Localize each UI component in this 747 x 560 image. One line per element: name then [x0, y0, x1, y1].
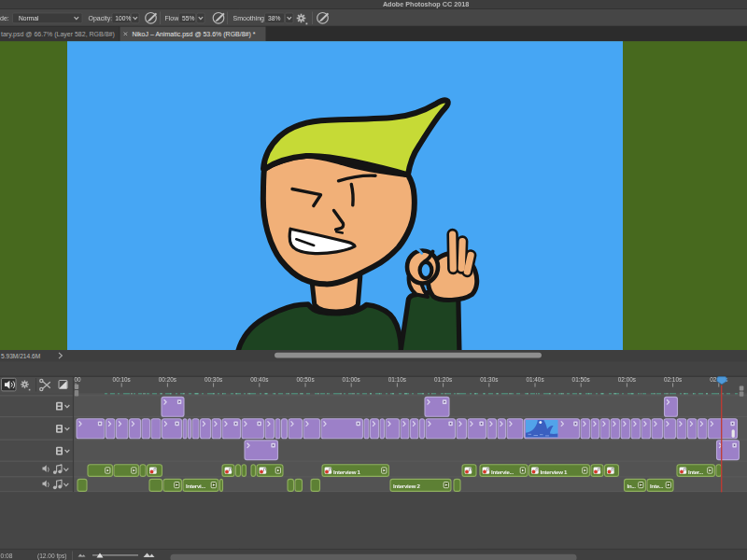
svg-text:02:00s: 02:00s	[618, 376, 636, 383]
svg-text:100%: 100%	[115, 15, 131, 21]
svg-text:01:50s: 01:50s	[572, 376, 590, 383]
svg-text:5.93M/214.6M: 5.93M/214.6M	[1, 353, 40, 359]
svg-text:0:08: 0:08	[1, 553, 13, 559]
svg-text:55%: 55%	[182, 15, 194, 21]
svg-text:In...: In...	[627, 483, 637, 489]
svg-text:NikoJ – Animatic.psd @ 53.6% (: NikoJ – Animatic.psd @ 53.6% (RGB/8#) *	[133, 31, 256, 38]
svg-text:01:10s: 01:10s	[388, 376, 406, 383]
svg-text:Normal: Normal	[19, 15, 39, 21]
svg-text:Flow:: Flow:	[165, 15, 181, 21]
svg-text:38%: 38%	[268, 15, 280, 21]
svg-text:Inter...: Inter...	[688, 469, 704, 475]
svg-text:Intervi...: Intervi...	[186, 483, 205, 489]
svg-text:Smoothing:: Smoothing:	[233, 15, 266, 22]
svg-text:Intervie...: Intervie...	[491, 469, 514, 475]
svg-text:Interview 2: Interview 2	[393, 483, 421, 489]
svg-text:00:30s: 00:30s	[204, 376, 222, 383]
svg-text:Opacity:: Opacity:	[89, 15, 113, 22]
svg-text:01:00s: 01:00s	[343, 376, 360, 383]
svg-text:00:40s: 00:40s	[250, 376, 268, 383]
svg-text:00:20s: 00:20s	[159, 376, 176, 383]
svg-text:01:30s: 01:30s	[480, 376, 498, 383]
svg-text:Interview 1: Interview 1	[541, 469, 569, 475]
svg-text:(12.00 fps): (12.00 fps)	[37, 553, 67, 560]
svg-text:Interview 1: Interview 1	[333, 469, 361, 475]
svg-text:02:10s: 02:10s	[664, 376, 682, 383]
svg-text:Inte...: Inte...	[650, 483, 664, 489]
svg-text:00:10s: 00:10s	[113, 376, 131, 383]
svg-text:00:50s: 00:50s	[296, 376, 314, 383]
svg-text:de:: de:	[0, 15, 9, 21]
svg-text:tary.psd @ 66.7% (Layer 582, R: tary.psd @ 66.7% (Layer 582, RGB/8#)	[1, 31, 115, 38]
svg-text:Adobe Photoshop CC 2018: Adobe Photoshop CC 2018	[383, 0, 469, 8]
svg-text:01:20s: 01:20s	[434, 376, 452, 383]
svg-text:00: 00	[75, 376, 82, 383]
svg-text:01:40s: 01:40s	[526, 376, 543, 383]
